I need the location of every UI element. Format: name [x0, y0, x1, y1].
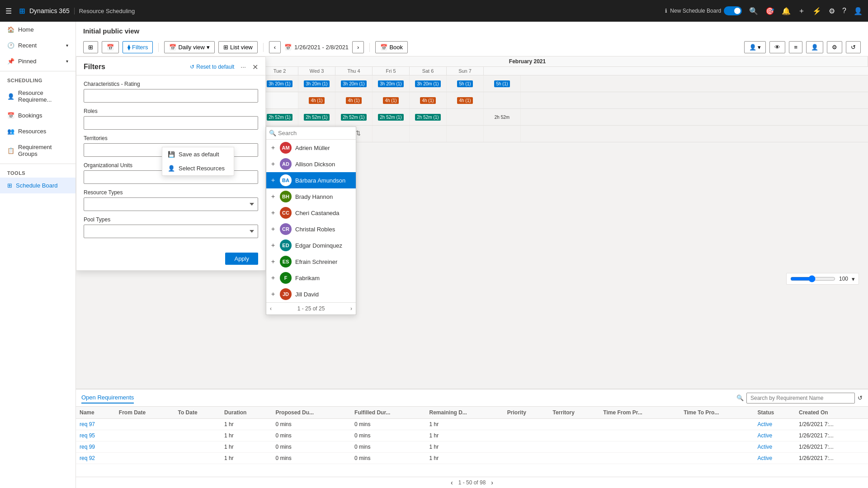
req-prev-btn[interactable]: ‹: [451, 479, 453, 486]
cell-barbara-6[interactable]: 3h 20m (1): [298, 75, 335, 92]
pool-types-select[interactable]: [84, 225, 258, 238]
search-nav-icon[interactable]: 🔍: [749, 7, 758, 15]
hamburger-icon[interactable]: ☰: [5, 7, 12, 15]
status-link[interactable]: Active: [758, 444, 773, 450]
resource-btn[interactable]: 👤 ▾: [744, 41, 766, 53]
req-name-link[interactable]: req 99: [80, 444, 95, 450]
cell-barbara-7[interactable]: 3h 20m (1): [335, 75, 373, 92]
booking-2-6[interactable]: 4h (1): [309, 97, 324, 104]
cell-3-8[interactable]: 2h 52m (1): [373, 109, 410, 125]
close-filters-btn[interactable]: ✕: [252, 63, 258, 71]
settings-nav-icon[interactable]: ⚙: [829, 7, 835, 15]
cell-3-6[interactable]: 2h 52m (1): [298, 109, 335, 125]
new-schedule-toggle[interactable]: [724, 6, 742, 15]
add-resource-icon[interactable]: ＋: [270, 225, 276, 233]
resource-picker-item[interactable]: ＋ESEfrain Schreiner: [266, 253, 356, 270]
add-resource-icon[interactable]: ＋: [270, 144, 276, 152]
cell-barbara-10[interactable]: 5h (1): [447, 75, 484, 92]
open-requirements-tab[interactable]: Open Requirements: [81, 392, 134, 404]
add-resource-icon[interactable]: ＋: [270, 274, 276, 282]
booking-3-5[interactable]: 2h 52m (1): [267, 114, 292, 121]
booking-3-7[interactable]: 2h 52m (1): [341, 114, 366, 121]
cell-3-5[interactable]: 2h 52m (1): [261, 109, 298, 125]
cell-barbara-5[interactable]: 3h 20m (1): [261, 75, 298, 92]
booking-barbara-9[interactable]: 3h 20m (1): [415, 80, 440, 87]
booking-barbara-6[interactable]: 3h 20m (1): [304, 80, 329, 87]
zoom-expand-icon[interactable]: ▾: [852, 276, 855, 282]
characteristics-input[interactable]: [84, 89, 258, 103]
filter-nav-icon[interactable]: ⚡: [812, 7, 821, 15]
reset-btn[interactable]: ↺ Reset to default: [190, 64, 234, 70]
cell-barbara-8[interactable]: 3h 20m (1): [373, 75, 410, 92]
daily-view-btn[interactable]: 📅 Daily view ▾: [164, 41, 215, 53]
booking-2-8[interactable]: 4h (1): [383, 97, 398, 104]
booking-2-10[interactable]: 4h (1): [457, 97, 472, 104]
sidebar-item-bookings[interactable]: 📅 Bookings: [0, 108, 75, 123]
cell-3-9[interactable]: 2h 52m (1): [410, 109, 447, 125]
booking-barbara-7[interactable]: 3h 20m (1): [341, 80, 366, 87]
cell-2-6[interactable]: 4h (1): [298, 92, 335, 108]
eye-btn[interactable]: 👁: [769, 41, 785, 53]
grid-view-btn[interactable]: ⊞: [83, 41, 98, 53]
target-icon[interactable]: 🎯: [765, 7, 774, 15]
cell-2-8[interactable]: 4h (1): [373, 92, 410, 108]
help-icon[interactable]: ?: [842, 7, 846, 15]
cell-barbara-11[interactable]: 5h (1): [484, 75, 521, 92]
req-name-link[interactable]: req 92: [80, 455, 95, 461]
more-options-btn[interactable]: ···: [238, 62, 249, 71]
roles-input[interactable]: [84, 116, 258, 130]
sidebar-item-req-groups[interactable]: 📋 Requirement Groups: [0, 139, 75, 162]
cell-2-7[interactable]: 4h (1): [335, 92, 373, 108]
add-resource-icon[interactable]: ＋: [270, 192, 276, 201]
cell-barbara-9[interactable]: 3h 20m (1): [410, 75, 447, 92]
filters-btn[interactable]: ⧫ Filters: [123, 41, 153, 53]
resource-picker-item[interactable]: ＋ADAllison Dickson: [266, 156, 356, 172]
booking-3-8[interactable]: 2h 52m (1): [378, 114, 403, 121]
apply-btn[interactable]: Apply: [225, 253, 258, 265]
list-btn[interactable]: ≡: [789, 41, 802, 53]
add-resource-icon[interactable]: ＋: [270, 290, 276, 298]
bell-icon[interactable]: 🔔: [782, 7, 791, 15]
resource-picker-item[interactable]: ＋BHBrady Hannon: [266, 188, 356, 205]
sidebar-item-schedule-board[interactable]: ⊞ Schedule Board: [0, 178, 75, 193]
booking-barbara-11[interactable]: 5h (1): [494, 80, 509, 87]
booking-barbara-8[interactable]: 3h 20m (1): [378, 80, 403, 87]
cell-3-7[interactable]: 2h 52m (1): [335, 109, 373, 125]
add-resource-icon[interactable]: ＋: [270, 209, 276, 217]
refresh-btn[interactable]: ↺: [846, 41, 861, 53]
resource-picker-item[interactable]: ＋CRChristal Robles: [266, 221, 356, 237]
req-name-link[interactable]: req 97: [80, 421, 95, 427]
list-view-btn[interactable]: ⊞ List view: [218, 41, 258, 53]
resource-picker-item[interactable]: ＋CCCheri Castaneda: [266, 205, 356, 221]
resource-picker-item[interactable]: ＋BABárbara Amundson: [266, 172, 356, 188]
select-resources-item[interactable]: 👤 Select Resources: [162, 161, 234, 175]
booking-3-9[interactable]: 2h 52m (1): [415, 114, 440, 121]
user-nav-icon[interactable]: 👤: [854, 7, 863, 15]
sort-icon[interactable]: ⇅: [356, 130, 361, 136]
req-name-link[interactable]: req 95: [80, 432, 95, 439]
people-btn[interactable]: 👤: [806, 41, 823, 53]
booking-barbara-10[interactable]: 5h (1): [457, 80, 472, 87]
req-search-input[interactable]: [746, 393, 855, 404]
booking-2-9[interactable]: 4h (1): [420, 97, 435, 104]
book-btn[interactable]: 📅 Book: [375, 41, 408, 53]
plus-icon[interactable]: ＋: [798, 6, 805, 16]
prev-page-btn[interactable]: ‹: [270, 305, 272, 312]
status-link[interactable]: Active: [758, 455, 773, 461]
resource-picker-item[interactable]: ＋FFabrikam: [266, 270, 356, 286]
status-link[interactable]: Active: [758, 421, 773, 427]
next-page-btn[interactable]: ›: [350, 305, 352, 312]
status-link[interactable]: Active: [758, 432, 773, 439]
gear-btn[interactable]: ⚙: [827, 41, 842, 53]
sidebar-item-pinned[interactable]: 📌 Pinned ▾: [0, 53, 75, 69]
sidebar-item-resource-req[interactable]: 👤 Resource Requireme...: [0, 85, 75, 108]
sidebar-item-recent[interactable]: 🕐 Recent ▾: [0, 38, 75, 53]
booking-3-6[interactable]: 2h 52m (1): [304, 114, 329, 121]
cal-view-btn[interactable]: 📅: [102, 41, 119, 53]
req-refresh-icon[interactable]: ↺: [858, 394, 863, 401]
resource-picker-item[interactable]: ＋EDEdgar Dominquez: [266, 237, 356, 253]
resource-picker-search-input[interactable]: [278, 130, 354, 136]
cell-2-9[interactable]: 4h (1): [410, 92, 447, 108]
sidebar-item-resources[interactable]: 👥 Resources: [0, 123, 75, 139]
req-next-btn[interactable]: ›: [491, 479, 493, 486]
